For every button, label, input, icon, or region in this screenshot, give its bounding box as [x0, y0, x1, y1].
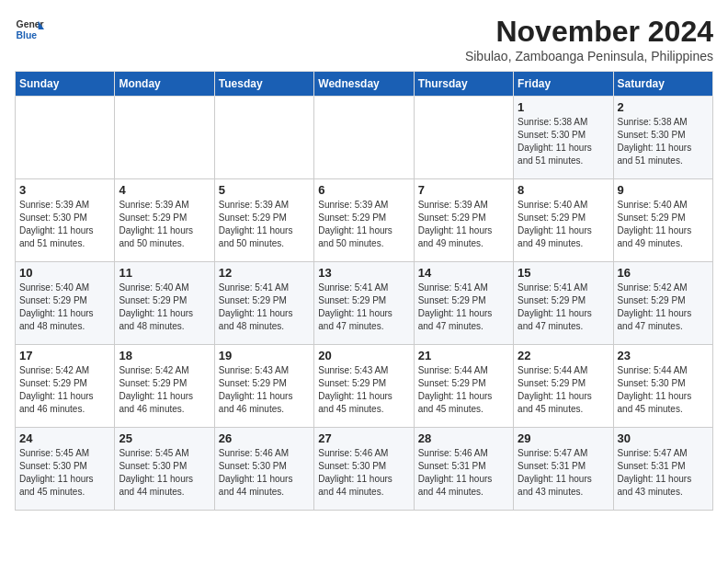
day-info: Sunrise: 5:43 AM Sunset: 5:29 PM Dayligh…: [219, 364, 310, 416]
calendar-cell: 27Sunrise: 5:46 AM Sunset: 5:30 PM Dayli…: [314, 428, 414, 511]
calendar-cell: 17Sunrise: 5:42 AM Sunset: 5:29 PM Dayli…: [16, 345, 115, 428]
day-info: Sunrise: 5:46 AM Sunset: 5:30 PM Dayligh…: [219, 447, 310, 499]
calendar-cell: 9Sunrise: 5:40 AM Sunset: 5:29 PM Daylig…: [613, 179, 712, 262]
calendar-week-2: 3Sunrise: 5:39 AM Sunset: 5:30 PM Daylig…: [16, 179, 713, 262]
day-number: 23: [618, 349, 709, 362]
day-info: Sunrise: 5:39 AM Sunset: 5:30 PM Dayligh…: [19, 199, 110, 250]
day-number: 4: [119, 183, 210, 197]
calendar-cell: 21Sunrise: 5:44 AM Sunset: 5:29 PM Dayli…: [414, 345, 513, 428]
calendar-cell: 24Sunrise: 5:45 AM Sunset: 5:30 PM Dayli…: [16, 428, 115, 511]
calendar-cell: 4Sunrise: 5:39 AM Sunset: 5:29 PM Daylig…: [115, 179, 214, 262]
calendar-cell: 10Sunrise: 5:40 AM Sunset: 5:29 PM Dayli…: [16, 262, 115, 345]
day-number: 8: [518, 183, 609, 197]
logo: General Blue: [15, 15, 44, 44]
day-info: Sunrise: 5:45 AM Sunset: 5:30 PM Dayligh…: [19, 447, 110, 499]
calendar-week-1: 1Sunrise: 5:38 AM Sunset: 5:30 PM Daylig…: [16, 97, 713, 179]
day-info: Sunrise: 5:44 AM Sunset: 5:29 PM Dayligh…: [418, 364, 509, 416]
day-info: Sunrise: 5:45 AM Sunset: 5:30 PM Dayligh…: [119, 447, 210, 499]
location-subtitle: Sibulao, Zamboanga Peninsula, Philippine…: [465, 49, 713, 63]
day-info: Sunrise: 5:44 AM Sunset: 5:30 PM Dayligh…: [618, 364, 709, 416]
calendar-cell: 15Sunrise: 5:41 AM Sunset: 5:29 PM Dayli…: [514, 262, 613, 345]
day-info: Sunrise: 5:42 AM Sunset: 5:29 PM Dayligh…: [19, 364, 110, 416]
day-number: 3: [19, 183, 110, 197]
day-number: 27: [318, 431, 409, 445]
calendar-cell: 25Sunrise: 5:45 AM Sunset: 5:30 PM Dayli…: [115, 428, 214, 511]
calendar-cell: 30Sunrise: 5:47 AM Sunset: 5:31 PM Dayli…: [613, 428, 712, 511]
day-info: Sunrise: 5:40 AM Sunset: 5:29 PM Dayligh…: [19, 282, 110, 333]
header-day-sunday: Sunday: [16, 72, 115, 97]
day-info: Sunrise: 5:46 AM Sunset: 5:30 PM Dayligh…: [318, 447, 409, 499]
calendar-cell: 26Sunrise: 5:46 AM Sunset: 5:30 PM Dayli…: [214, 428, 313, 511]
day-info: Sunrise: 5:42 AM Sunset: 5:29 PM Dayligh…: [618, 282, 709, 333]
day-info: Sunrise: 5:47 AM Sunset: 5:31 PM Dayligh…: [518, 447, 609, 499]
day-info: Sunrise: 5:42 AM Sunset: 5:29 PM Dayligh…: [119, 364, 210, 416]
calendar-cell: 2Sunrise: 5:38 AM Sunset: 5:30 PM Daylig…: [613, 97, 712, 179]
day-number: 6: [318, 183, 409, 197]
calendar-cell: 13Sunrise: 5:41 AM Sunset: 5:29 PM Dayli…: [314, 262, 414, 345]
day-info: Sunrise: 5:43 AM Sunset: 5:29 PM Dayligh…: [318, 364, 409, 416]
day-number: 30: [618, 431, 709, 445]
calendar-cell: [214, 97, 313, 179]
calendar-cell: [314, 97, 414, 179]
day-info: Sunrise: 5:38 AM Sunset: 5:30 PM Dayligh…: [618, 116, 709, 167]
day-number: 10: [19, 266, 110, 280]
calendar-cell: [115, 97, 214, 179]
day-number: 22: [518, 349, 609, 362]
day-info: Sunrise: 5:41 AM Sunset: 5:29 PM Dayligh…: [219, 282, 310, 333]
day-info: Sunrise: 5:41 AM Sunset: 5:29 PM Dayligh…: [518, 282, 609, 333]
day-info: Sunrise: 5:46 AM Sunset: 5:31 PM Dayligh…: [418, 447, 509, 499]
day-number: 25: [119, 431, 210, 445]
header-day-saturday: Saturday: [613, 72, 712, 97]
month-title: November 2024: [465, 15, 713, 49]
header-day-wednesday: Wednesday: [314, 72, 414, 97]
day-number: 16: [618, 266, 709, 280]
day-info: Sunrise: 5:40 AM Sunset: 5:29 PM Dayligh…: [119, 282, 210, 333]
title-area: November 2024 Sibulao, Zamboanga Peninsu…: [465, 15, 713, 63]
header-day-thursday: Thursday: [414, 72, 513, 97]
calendar-cell: 3Sunrise: 5:39 AM Sunset: 5:30 PM Daylig…: [16, 179, 115, 262]
day-number: 7: [418, 183, 509, 197]
calendar-cell: 19Sunrise: 5:43 AM Sunset: 5:29 PM Dayli…: [214, 345, 313, 428]
calendar-cell: 28Sunrise: 5:46 AM Sunset: 5:31 PM Dayli…: [414, 428, 513, 511]
day-number: 26: [219, 431, 310, 445]
day-number: 21: [418, 349, 509, 362]
calendar-cell: 11Sunrise: 5:40 AM Sunset: 5:29 PM Dayli…: [115, 262, 214, 345]
day-number: 13: [318, 266, 409, 280]
day-number: 24: [19, 431, 110, 445]
header-day-monday: Monday: [115, 72, 214, 97]
calendar-week-3: 10Sunrise: 5:40 AM Sunset: 5:29 PM Dayli…: [16, 262, 713, 345]
calendar-table: SundayMondayTuesdayWednesdayThursdayFrid…: [15, 71, 713, 511]
calendar-cell: 7Sunrise: 5:39 AM Sunset: 5:29 PM Daylig…: [414, 179, 513, 262]
calendar-cell: [16, 97, 115, 179]
day-number: 1: [518, 100, 609, 114]
day-number: 11: [119, 266, 210, 280]
day-number: 12: [219, 266, 310, 280]
calendar-cell: [414, 97, 513, 179]
day-info: Sunrise: 5:39 AM Sunset: 5:29 PM Dayligh…: [318, 199, 409, 250]
day-info: Sunrise: 5:38 AM Sunset: 5:30 PM Dayligh…: [518, 116, 609, 167]
calendar-cell: 14Sunrise: 5:41 AM Sunset: 5:29 PM Dayli…: [414, 262, 513, 345]
calendar-cell: 5Sunrise: 5:39 AM Sunset: 5:29 PM Daylig…: [214, 179, 313, 262]
calendar-cell: 23Sunrise: 5:44 AM Sunset: 5:30 PM Dayli…: [613, 345, 712, 428]
calendar-cell: 29Sunrise: 5:47 AM Sunset: 5:31 PM Dayli…: [514, 428, 613, 511]
calendar-cell: 20Sunrise: 5:43 AM Sunset: 5:29 PM Dayli…: [314, 345, 414, 428]
day-info: Sunrise: 5:39 AM Sunset: 5:29 PM Dayligh…: [418, 199, 509, 250]
day-info: Sunrise: 5:39 AM Sunset: 5:29 PM Dayligh…: [119, 199, 210, 250]
header-day-friday: Friday: [514, 72, 613, 97]
day-number: 29: [518, 431, 609, 445]
calendar-cell: 6Sunrise: 5:39 AM Sunset: 5:29 PM Daylig…: [314, 179, 414, 262]
day-number: 14: [418, 266, 509, 280]
calendar-cell: 16Sunrise: 5:42 AM Sunset: 5:29 PM Dayli…: [613, 262, 712, 345]
calendar-cell: 1Sunrise: 5:38 AM Sunset: 5:30 PM Daylig…: [514, 97, 613, 179]
day-number: 28: [418, 431, 509, 445]
calendar-header-row: SundayMondayTuesdayWednesdayThursdayFrid…: [16, 72, 713, 97]
calendar-week-5: 24Sunrise: 5:45 AM Sunset: 5:30 PM Dayli…: [16, 428, 713, 511]
calendar-cell: 12Sunrise: 5:41 AM Sunset: 5:29 PM Dayli…: [214, 262, 313, 345]
day-info: Sunrise: 5:44 AM Sunset: 5:29 PM Dayligh…: [518, 364, 609, 416]
calendar-cell: 18Sunrise: 5:42 AM Sunset: 5:29 PM Dayli…: [115, 345, 214, 428]
day-info: Sunrise: 5:47 AM Sunset: 5:31 PM Dayligh…: [618, 447, 709, 499]
page-header: General Blue November 2024 Sibulao, Zamb…: [15, 15, 713, 63]
day-number: 15: [518, 266, 609, 280]
day-info: Sunrise: 5:41 AM Sunset: 5:29 PM Dayligh…: [418, 282, 509, 333]
svg-text:Blue: Blue: [17, 30, 38, 40]
